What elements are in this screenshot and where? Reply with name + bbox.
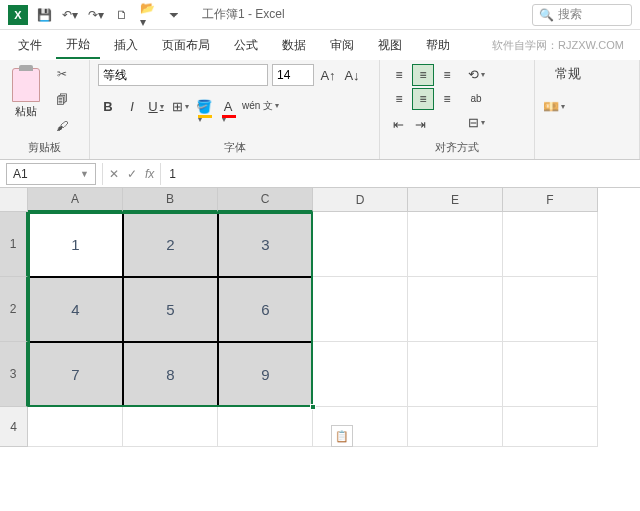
cell-A3[interactable]: 7	[28, 342, 123, 407]
group-font-label: 字体	[98, 138, 371, 157]
row-header-2[interactable]: 2	[0, 277, 28, 342]
align-right[interactable]: ≡	[436, 88, 458, 110]
group-clipboard-label: 剪贴板	[8, 138, 81, 157]
ribbon-tabs: 文件 开始 插入 页面布局 公式 数据 审阅 视图 帮助 软件自学网：RJZXW…	[0, 30, 640, 60]
paste-button[interactable]: 粘贴	[8, 64, 44, 123]
currency-button[interactable]: 💴	[543, 96, 565, 116]
tab-data[interactable]: 数据	[272, 33, 316, 58]
cell-A2[interactable]: 4	[28, 277, 123, 342]
enter-icon[interactable]: ✓	[127, 167, 137, 181]
tab-review[interactable]: 审阅	[320, 33, 364, 58]
cell-C3[interactable]: 9	[218, 342, 313, 407]
clipboard-icon	[12, 68, 40, 102]
formula-input[interactable]: 1	[161, 167, 640, 181]
cancel-icon[interactable]: ✕	[109, 167, 119, 181]
cell-E1[interactable]	[408, 212, 503, 277]
fill-handle[interactable]	[310, 404, 316, 410]
col-header-D[interactable]: D	[313, 188, 408, 212]
ribbon: 粘贴 ✂ 🗐 🖌 剪贴板 A↑ A↓ B I U ⊞ 🪣	[0, 60, 640, 160]
increase-font-icon[interactable]: A↑	[318, 65, 338, 85]
format-painter-icon[interactable]: 🖌	[52, 116, 72, 136]
search-input[interactable]: 🔍 搜索	[532, 4, 632, 26]
row-header-3[interactable]: 3	[0, 342, 28, 407]
cell-B3[interactable]: 8	[123, 342, 218, 407]
redo-icon[interactable]: ↷▾	[88, 7, 104, 23]
search-icon: 🔍	[539, 8, 554, 22]
qat-more-icon[interactable]: ⏷	[166, 7, 182, 23]
cell-B1[interactable]: 2	[123, 212, 218, 277]
cell-E4[interactable]	[408, 407, 503, 447]
fx-icon[interactable]: fx	[145, 167, 154, 181]
font-size-select[interactable]	[272, 64, 314, 86]
paste-options-button[interactable]: 📋	[331, 425, 353, 447]
align-top-left[interactable]: ≡	[388, 64, 410, 86]
group-align-label: 对齐方式	[388, 138, 526, 157]
cell-E2[interactable]	[408, 277, 503, 342]
cell-F2[interactable]	[503, 277, 598, 342]
align-center[interactable]: ≡	[412, 88, 434, 110]
tab-help[interactable]: 帮助	[416, 33, 460, 58]
col-header-F[interactable]: F	[503, 188, 598, 212]
cell-D1[interactable]	[313, 212, 408, 277]
tab-file[interactable]: 文件	[8, 33, 52, 58]
italic-button[interactable]: I	[122, 96, 142, 116]
select-all-corner[interactable]	[0, 188, 28, 212]
chevron-down-icon: ▼	[80, 169, 89, 179]
fill-color-button[interactable]: 🪣	[194, 96, 214, 116]
col-header-E[interactable]: E	[408, 188, 503, 212]
tab-home[interactable]: 开始	[56, 32, 100, 59]
cell-D2[interactable]	[313, 277, 408, 342]
cell-A1[interactable]: 1	[28, 212, 123, 277]
undo-icon[interactable]: ↶▾	[62, 7, 78, 23]
watermark-text: 软件自学网：RJZXW.COM	[492, 38, 624, 53]
font-name-select[interactable]	[98, 64, 268, 86]
cell-D3[interactable]	[313, 342, 408, 407]
col-header-B[interactable]: B	[123, 188, 218, 212]
wrap-text-button[interactable]: ab	[466, 88, 486, 108]
tab-view[interactable]: 视图	[368, 33, 412, 58]
cell-B2[interactable]: 5	[123, 277, 218, 342]
tab-formula[interactable]: 公式	[224, 33, 268, 58]
number-format-select[interactable]: 常规	[543, 64, 593, 84]
align-grid: ≡ ≡ ≡ ≡ ≡ ≡	[388, 64, 458, 110]
align-left[interactable]: ≡	[388, 88, 410, 110]
phonetic-button[interactable]: wén 文	[242, 96, 279, 116]
merge-button[interactable]: ⊟	[466, 112, 486, 132]
cell-D4[interactable]	[313, 407, 408, 447]
name-box[interactable]: A1▼	[6, 163, 96, 185]
window-title: 工作簿1 - Excel	[202, 6, 285, 23]
underline-button[interactable]: U	[146, 96, 166, 116]
col-header-C[interactable]: C	[218, 188, 313, 212]
align-top-right[interactable]: ≡	[436, 64, 458, 86]
increase-indent-icon[interactable]: ⇥	[410, 114, 430, 134]
copy-icon[interactable]: 🗐	[52, 90, 72, 110]
orientation-button[interactable]: ⟲	[466, 64, 486, 84]
decrease-indent-icon[interactable]: ⇤	[388, 114, 408, 134]
cut-icon[interactable]: ✂	[52, 64, 72, 84]
cell-E3[interactable]	[408, 342, 503, 407]
cell-A4[interactable]	[28, 407, 123, 447]
excel-logo: X	[8, 5, 28, 25]
cell-C4[interactable]	[218, 407, 313, 447]
align-top-center[interactable]: ≡	[412, 64, 434, 86]
open-icon[interactable]: 📂▾	[140, 7, 156, 23]
cell-C2[interactable]: 6	[218, 277, 313, 342]
cell-F3[interactable]	[503, 342, 598, 407]
bold-button[interactable]: B	[98, 96, 118, 116]
save-icon[interactable]: 💾	[36, 7, 52, 23]
tab-insert[interactable]: 插入	[104, 33, 148, 58]
new-icon[interactable]: 🗋	[114, 7, 130, 23]
row-header-4[interactable]: 4	[0, 407, 28, 447]
border-button[interactable]: ⊞	[170, 96, 190, 116]
cell-F4[interactable]	[503, 407, 598, 447]
group-number-label	[543, 153, 631, 157]
tab-layout[interactable]: 页面布局	[152, 33, 220, 58]
font-color-button[interactable]: A	[218, 96, 238, 116]
cell-C1[interactable]: 3	[218, 212, 313, 277]
cell-F1[interactable]	[503, 212, 598, 277]
row-header-1[interactable]: 1	[0, 212, 28, 277]
col-header-A[interactable]: A	[28, 188, 123, 212]
decrease-font-icon[interactable]: A↓	[342, 65, 362, 85]
cell-B4[interactable]	[123, 407, 218, 447]
